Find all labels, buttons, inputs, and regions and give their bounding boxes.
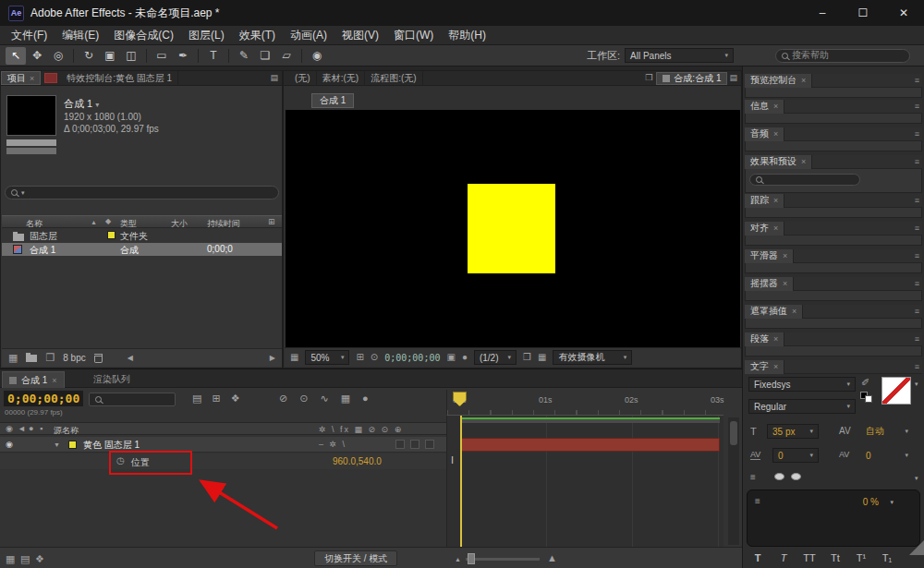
superscript-button[interactable]: T¹ [854,552,869,563]
panel-menu-icon[interactable]: ≡ [915,103,919,111]
switch-box[interactable] [410,440,419,449]
magnification-dropdown[interactable]: 50% ▾ [305,350,349,365]
tab-footage-none[interactable]: 素材:(无) [317,71,365,86]
menu-animation[interactable]: 动画(A) [283,28,334,43]
faux-italic-button[interactable]: T [776,552,791,563]
list-icon[interactable]: ≡ [750,473,756,482]
close-icon[interactable]: × [801,76,806,85]
panel-menu-icon[interactable]: ≡ [915,308,919,316]
close-icon[interactable]: × [773,362,778,371]
eye-icon[interactable]: ◉ [6,441,13,449]
panel-menu-icon[interactable]: ≡ [915,158,919,166]
menu-composition[interactable]: 图像合成(C) [106,28,181,43]
tool-brush[interactable]: ✎ [234,47,254,65]
comp-tab-button[interactable]: 合成 1 [311,93,354,108]
panel-tab[interactable]: 跟踪 × [745,194,784,208]
help-search-input[interactable]: 搜索帮助 [775,49,910,63]
switch-box[interactable] [425,440,434,449]
panel-resize-curl[interactable] [909,540,924,555]
menu-effect[interactable]: 效果(T) [232,28,283,43]
tool-pen[interactable]: ✒ [173,47,193,65]
layer-duration-bar[interactable] [460,438,720,452]
chevron-down-icon[interactable]: ▾ [890,499,894,505]
tool-type[interactable]: T [203,47,224,65]
panel-menu-icon[interactable]: ≡ [915,77,919,85]
panel-tab[interactable]: 平滑器 × [745,249,794,263]
tool-camera[interactable]: ▣ [100,47,120,65]
show-snapshot-icon[interactable]: ● [462,353,468,362]
zoom-in-mountain-icon[interactable]: ▲ [547,553,557,563]
subscript-button[interactable]: T₁ [880,552,894,563]
switches-column-icons[interactable]: ✲ \ fx ▦ ⊘ ⊙ ⊕ [319,425,403,434]
fill-color-swatch[interactable] [881,377,911,405]
panel-tab[interactable]: 文字 × [745,360,784,374]
close-icon[interactable]: × [773,196,778,205]
menu-layer[interactable]: 图层(L) [181,28,232,43]
eye-column-icon[interactable]: ◉ [6,425,13,433]
pixel-aspect-icon[interactable]: ❒ [523,353,531,362]
property-value[interactable]: 960.0,540.0 [333,456,382,466]
kerning-dropdown[interactable]: 0 ▾ [772,448,819,463]
bw-swatches[interactable] [860,392,874,405]
project-search-input[interactable]: ▾ [5,186,279,199]
zoom-out-mountain-icon[interactable]: ▲ [455,556,461,562]
viewer-timecode[interactable]: 0;00;00;00 [384,353,440,363]
panel-tab[interactable]: 预览控制台 × [745,74,812,88]
lock-panel-icon[interactable]: ❒ [645,74,652,82]
label-column-icon[interactable]: ◆ [105,218,111,225]
timeline-search-input[interactable] [89,393,176,406]
region-of-interest-icon[interactable]: ⊙ [371,353,378,362]
track-area[interactable]: I [446,416,723,547]
tab-flowchart-none[interactable]: 流程图:(无) [365,71,422,86]
tab-project[interactable]: 项目 × [1,71,41,85]
menu-window[interactable]: 窗口(W) [386,28,441,43]
snapshot-icon[interactable]: ▣ [446,353,455,362]
frame-blending-icon[interactable]: ⊘ [279,393,287,404]
time-ruler[interactable]: 00s 01s 02s 03s [446,390,723,416]
sort-ascending-icon[interactable]: ▲ [91,219,97,225]
eyedropper-icon[interactable]: ✐ [861,378,869,388]
selected-comp-name[interactable]: 合成 1 ▾ [64,97,99,111]
panel-tab[interactable]: 遮罩插值 × [745,305,803,319]
tool-clone-stamp[interactable]: ❏ [255,47,275,65]
current-time-display[interactable]: 0;00;00;00 [4,391,83,406]
font-style-dropdown[interactable]: Regular ▾ [748,399,856,414]
panel-tab[interactable]: 效果和预设 × [745,155,812,169]
layer-switches[interactable]: – ✲ \ [319,440,346,449]
scroll-right-icon[interactable]: ▶ [270,355,275,362]
source-name-column[interactable]: 源名称 [54,425,79,437]
chevron-down-icon[interactable]: ▾ [915,381,918,387]
panel-tab[interactable]: 音频 × [745,127,784,141]
twirl-down-icon[interactable]: ▼ [54,441,60,448]
timeline-zoom-track[interactable] [466,558,540,561]
tab-composition-active[interactable]: 合成:合成 1 [656,72,727,85]
expand-layer-switches-icon[interactable]: ▦ [6,554,15,564]
comp-viewport[interactable] [286,110,740,348]
maximize-button[interactable]: ☐ [843,0,883,26]
motion-blur-icon[interactable]: ⊙ [299,393,308,404]
close-icon[interactable]: × [52,376,56,385]
panel-tab[interactable]: 摇摆器 × [745,277,794,291]
table-row-solids-folder[interactable]: 固态层 文件夹 [2,229,282,242]
panel-menu-icon[interactable]: ≡ [915,130,919,139]
tsume-percent-value[interactable]: 0 % [863,497,879,507]
menu-edit[interactable]: 编辑(E) [55,28,106,43]
scale-icon[interactable] [791,473,801,480]
tracking-dropdown[interactable]: 0 ▾ [861,448,913,463]
panel-menu-icon[interactable]: ▤ [270,74,278,82]
faux-bold-button[interactable]: T [750,552,765,563]
tab-render-queue[interactable]: 渲染队列 [87,371,137,388]
auto-keyframe-icon[interactable]: ● [362,393,369,404]
tool-eraser[interactable]: ▱ [276,47,297,65]
layer-row[interactable]: ◉ ▼ 黄色 固态层 1 – ✲ \ [0,437,446,453]
table-row-comp-selected[interactable]: 合成 1 合成 0;00;0 [2,243,282,256]
panel-menu-icon[interactable]: ≡ [915,280,919,288]
tool-rotation[interactable]: ↻ [79,47,99,65]
close-icon[interactable]: × [792,307,796,316]
new-folder-icon[interactable] [26,355,37,362]
font-size-dropdown[interactable]: 35 px ▾ [767,424,819,439]
expand-transfer-controls-icon[interactable]: ▤ [20,554,30,564]
panel-menu-icon[interactable]: ≡ [915,335,919,344]
tab-effect-controls[interactable]: 特效控制台:黄色 固态层 1 [61,71,178,86]
grid-icon[interactable]: ⊞ [268,218,275,226]
